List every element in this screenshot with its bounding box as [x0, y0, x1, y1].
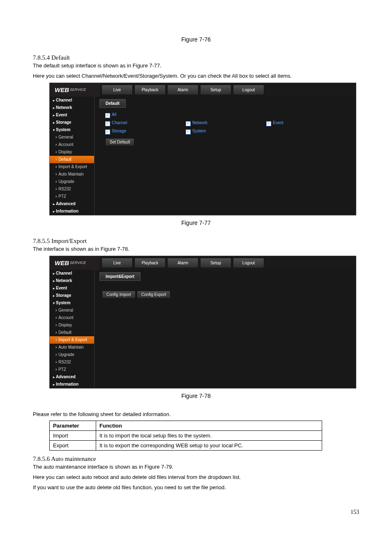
auto-desc-3: If you want to use the auto delete old f…: [33, 484, 359, 492]
sidebar-item-account[interactable]: Account: [50, 314, 94, 321]
tab-logout[interactable]: Logout: [233, 85, 264, 95]
sidebar-item-network[interactable]: Network: [50, 277, 94, 284]
config-export-button[interactable]: Config Export: [137, 291, 171, 298]
arrow-icon: [55, 338, 58, 342]
parameter-table: Parameter Function Import It is to impor…: [49, 421, 322, 451]
checkbox-storage[interactable]: ✓Storage: [105, 129, 130, 134]
tab-setup[interactable]: Setup: [200, 85, 231, 95]
sidebar-item-auto-maintain[interactable]: Auto Maintain: [50, 344, 94, 351]
config-import-button[interactable]: Config Import: [102, 291, 136, 298]
content-area: Default ✓All ✓Channel ✓Network ✓Event ✓S…: [95, 97, 356, 215]
tab-playback[interactable]: Playback: [134, 85, 166, 95]
cell-export-desc: It is to export the corresponding WEB se…: [96, 441, 322, 451]
content-tab-import-export[interactable]: Import&Export: [99, 272, 141, 281]
checkbox-channel[interactable]: ✓Channel: [105, 120, 130, 126]
tab-live[interactable]: Live: [101, 258, 133, 268]
sidebar-item-upgrade[interactable]: Upgrade: [50, 178, 94, 185]
arrow-icon: [55, 353, 58, 357]
arrow-icon: [55, 345, 58, 349]
sidebar-item-event[interactable]: Event: [50, 111, 94, 119]
default-desc-2: Here you can select Channel/Network/Even…: [33, 72, 359, 80]
checkbox-system[interactable]: ✓System: [186, 129, 210, 134]
sidebar: Channel Network Event Storage System Gen…: [50, 270, 95, 388]
sidebar-item-display[interactable]: Display: [50, 148, 94, 156]
sidebar-item-default[interactable]: Default: [50, 156, 94, 163]
chevron-icon: [53, 120, 56, 125]
web-service-logo: WEB SERVICE: [50, 83, 100, 97]
tab-live[interactable]: Live: [101, 85, 133, 95]
web-service-logo: WEB SERVICE: [50, 256, 100, 270]
sidebar-item-rs232[interactable]: RS232: [50, 358, 94, 366]
tab-logout[interactable]: Logout: [233, 258, 264, 268]
sidebar-item-general[interactable]: General: [50, 307, 94, 314]
page-number: 153: [33, 494, 359, 516]
sidebar-item-import-export[interactable]: Import & Export: [50, 163, 94, 171]
sidebar-item-event[interactable]: Event: [50, 284, 94, 292]
arrow-icon: [55, 143, 58, 147]
content-area: Import&Export Config Import Config Expor…: [95, 270, 356, 388]
sidebar-item-account[interactable]: Account: [50, 141, 94, 148]
tab-playback[interactable]: Playback: [134, 258, 166, 268]
heading-7-8-5-4: 7.8.5.4 Default: [33, 54, 359, 61]
sidebar-item-channel[interactable]: Channel: [50, 270, 94, 277]
sidebar-item-import-export[interactable]: Import & Export: [50, 336, 94, 344]
sidebar-item-information[interactable]: Information: [50, 208, 94, 215]
ss-header: WEB SERVICE Live Playback Alarm Setup Lo…: [50, 83, 356, 97]
table-row: Parameter Function: [50, 421, 322, 431]
th-function: Function: [96, 421, 322, 431]
arrow-icon: [55, 360, 58, 364]
sidebar-item-storage[interactable]: Storage: [50, 292, 94, 299]
top-tabs: Live Playback Alarm Setup Logout: [100, 83, 356, 97]
sidebar-item-system[interactable]: System: [50, 126, 94, 134]
sidebar-item-general[interactable]: General: [50, 134, 94, 141]
arrow-icon: [55, 316, 58, 320]
sidebar: Channel Network Event Storage System Gen…: [50, 97, 95, 215]
arrow-icon: [55, 157, 58, 162]
sidebar-item-upgrade[interactable]: Upgrade: [50, 351, 94, 358]
sidebar-item-advanced[interactable]: Advanced: [50, 373, 94, 381]
auto-desc-2: Here you can select auto reboot and auto…: [33, 474, 359, 481]
tab-alarm[interactable]: Alarm: [167, 258, 198, 268]
checkbox-event[interactable]: ✓Event: [266, 120, 291, 126]
sidebar-item-rs232[interactable]: RS232: [50, 185, 94, 193]
sidebar-item-display[interactable]: Display: [50, 321, 94, 329]
sidebar-item-auto-maintain[interactable]: Auto Maintain: [50, 171, 94, 178]
sidebar-item-system[interactable]: System: [50, 299, 94, 307]
chevron-icon: [53, 375, 56, 379]
set-default-button[interactable]: Set Default: [105, 138, 134, 146]
check-icon: ✓: [105, 130, 110, 134]
sidebar-item-default[interactable]: Default: [50, 329, 94, 336]
chevron-icon: [53, 301, 56, 305]
check-icon: ✓: [186, 130, 191, 134]
sidebar-item-network[interactable]: Network: [50, 104, 94, 111]
heading-7-8-5-5: 7.8.5.5 Import/Export: [33, 238, 359, 245]
chevron-icon: [53, 98, 56, 102]
sidebar-item-channel[interactable]: Channel: [50, 97, 94, 104]
sidebar-item-advanced[interactable]: Advanced: [50, 200, 94, 208]
arrow-icon: [55, 331, 58, 335]
check-icon: ✓: [105, 113, 110, 118]
tab-alarm[interactable]: Alarm: [167, 85, 198, 95]
table-intro: Please refer to the following sheet for …: [33, 411, 359, 419]
tab-setup[interactable]: Setup: [200, 258, 231, 268]
chevron-icon: [53, 382, 56, 386]
content-tab-default[interactable]: Default: [99, 99, 126, 108]
sidebar-item-ptz[interactable]: PTZ: [50, 366, 94, 373]
cell-import-desc: It is to import the local setup files to…: [96, 431, 322, 441]
cell-export-param: Export: [50, 441, 96, 451]
checkbox-network[interactable]: ✓Network: [186, 120, 210, 126]
figure-7-77-label: Figure 7-77: [33, 220, 359, 226]
chevron-icon: [53, 271, 56, 275]
logo-service: SERVICE: [70, 261, 86, 265]
sidebar-item-information[interactable]: Information: [50, 381, 94, 388]
figure-7-76-label: Figure 7-76: [33, 36, 359, 43]
chevron-icon: [53, 294, 56, 298]
sidebar-item-storage[interactable]: Storage: [50, 119, 94, 126]
th-parameter: Parameter: [50, 421, 96, 431]
check-icon: ✓: [105, 121, 110, 126]
check-icon: ✓: [266, 121, 271, 126]
logo-service: SERVICE: [70, 88, 86, 92]
arrow-icon: [55, 368, 58, 372]
sidebar-item-ptz[interactable]: PTZ: [50, 193, 94, 200]
checkbox-all[interactable]: ✓All: [105, 112, 130, 118]
